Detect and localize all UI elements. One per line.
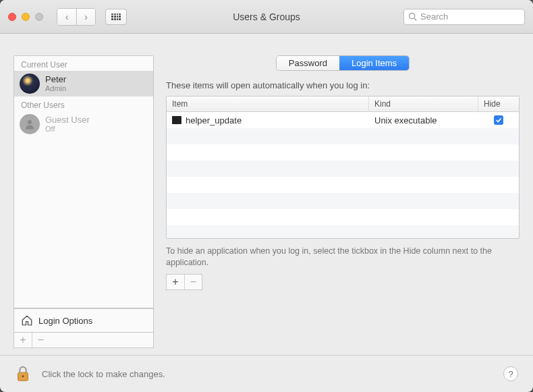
- login-options-label: Login Options: [38, 316, 92, 326]
- hide-hint: To hide an application when you log in, …: [166, 246, 520, 269]
- forward-button[interactable]: ›: [76, 9, 95, 25]
- grid-icon: [111, 13, 121, 20]
- col-hide[interactable]: Hide: [478, 96, 519, 111]
- user-item-guest[interactable]: Guest User Off: [14, 111, 153, 137]
- table-row: [167, 128, 519, 144]
- cell-item: helper_update: [167, 115, 369, 125]
- table-row: [167, 209, 519, 225]
- item-add-remove: + −: [166, 274, 202, 290]
- user-item-current[interactable]: Peter Admin: [14, 71, 153, 96]
- table-row: [167, 225, 519, 239]
- login-items-table: Item Kind Hide helper_update Unix execut…: [166, 96, 520, 239]
- preferences-window: ‹ › Users & Groups Search Current User P…: [0, 0, 533, 392]
- svg-point-0: [410, 13, 415, 19]
- chevron-right-icon: ›: [84, 11, 88, 22]
- titlebar: ‹ › Users & Groups Search: [0, 0, 533, 34]
- table-row: [167, 161, 519, 177]
- cell-hide: [478, 115, 519, 125]
- section-other-users: Other Users: [14, 96, 153, 111]
- table-row: [167, 177, 519, 193]
- chevron-left-icon: ‹: [65, 11, 69, 22]
- user-list: Current User Peter Admin Other Users Gue…: [13, 55, 154, 308]
- item-name: helper_update: [186, 115, 242, 125]
- user-add-remove: + −: [13, 332, 154, 348]
- table-row: [167, 193, 519, 209]
- sidebar: Current User Peter Admin Other Users Gue…: [13, 55, 154, 348]
- traffic-lights: [8, 13, 43, 21]
- tab-password[interactable]: Password: [277, 56, 339, 70]
- zoom-icon: [35, 13, 43, 21]
- show-all-button[interactable]: [105, 9, 127, 25]
- help-button[interactable]: ?: [503, 366, 518, 381]
- minimize-icon[interactable]: [22, 13, 30, 21]
- plus-icon: +: [172, 276, 178, 288]
- tab-bar: Password Login Items: [276, 55, 410, 71]
- user-status: Off: [45, 125, 90, 133]
- search-placeholder: Search: [420, 11, 448, 22]
- add-item-button[interactable]: +: [167, 275, 184, 289]
- login-options[interactable]: Login Options: [13, 308, 154, 332]
- user-role: Admin: [45, 84, 66, 92]
- svg-point-5: [22, 375, 24, 377]
- svg-point-2: [28, 120, 32, 124]
- svg-line-1: [414, 18, 416, 20]
- footer: Click the lock to make changes. ?: [0, 355, 533, 392]
- search-icon: [408, 12, 417, 21]
- col-item[interactable]: Item: [167, 96, 369, 111]
- minus-icon: −: [38, 334, 44, 346]
- table-header: Item Kind Hide: [167, 96, 519, 112]
- login-items-intro: These items will open automatically when…: [166, 80, 520, 90]
- lock-icon[interactable]: [15, 365, 31, 383]
- user-name: Peter: [45, 75, 66, 84]
- body: Current User Peter Admin Other Users Gue…: [0, 34, 533, 355]
- search-input[interactable]: Search: [403, 9, 525, 25]
- check-icon: [495, 117, 502, 123]
- back-button[interactable]: ‹: [57, 9, 76, 25]
- table-row: [167, 144, 519, 161]
- close-icon[interactable]: [8, 13, 16, 21]
- section-current-user: Current User: [14, 56, 153, 71]
- avatar: [20, 74, 40, 94]
- cell-kind: Unix executable: [369, 115, 478, 125]
- plus-icon: +: [20, 334, 26, 346]
- nav-group: ‹ ›: [57, 8, 96, 26]
- user-name: Guest User: [45, 115, 90, 125]
- remove-item-button[interactable]: −: [184, 275, 202, 289]
- hide-checkbox[interactable]: [494, 115, 503, 125]
- add-user-button[interactable]: +: [14, 333, 32, 347]
- col-kind[interactable]: Kind: [369, 96, 478, 111]
- person-icon: [24, 118, 36, 130]
- executable-icon: [172, 116, 181, 124]
- lock-text: Click the lock to make changes.: [42, 369, 165, 379]
- avatar: [20, 114, 40, 134]
- house-icon: [21, 314, 33, 327]
- minus-icon: −: [190, 276, 196, 288]
- table-body: helper_update Unix executable: [167, 112, 519, 239]
- help-icon: ?: [508, 369, 513, 379]
- table-row[interactable]: helper_update Unix executable: [167, 112, 519, 128]
- remove-user-button[interactable]: −: [32, 333, 49, 347]
- main: Password Login Items These items will op…: [166, 55, 520, 348]
- tab-login-items[interactable]: Login Items: [339, 56, 409, 70]
